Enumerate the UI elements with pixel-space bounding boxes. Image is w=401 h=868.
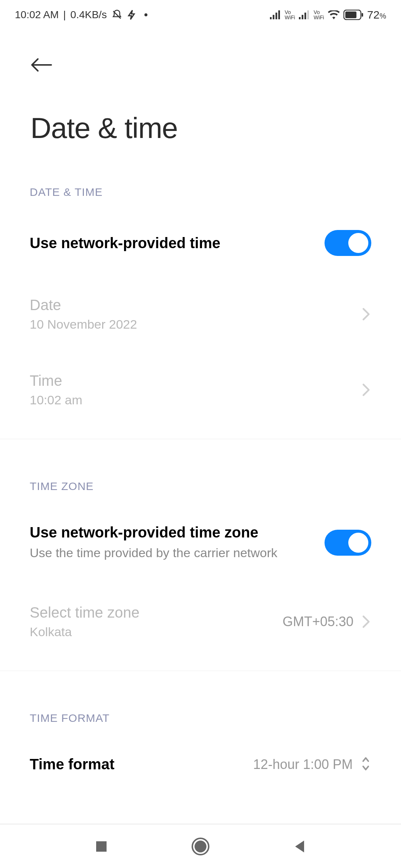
svg-rect-6 — [301, 15, 303, 19]
signal-1-icon — [270, 10, 281, 19]
chevron-right-icon — [361, 617, 371, 627]
svg-rect-2 — [273, 15, 274, 19]
svg-rect-5 — [299, 17, 301, 19]
row-title-network-tz: Use network-provided time zone — [30, 524, 325, 541]
updown-icon — [360, 756, 371, 773]
row-value-date: 10 November 2022 — [30, 317, 361, 332]
status-bar-right: VoWiFi VoWiFi 72% — [270, 9, 386, 21]
status-bar: 10:02 AM | 0.4KB/s VoWiFi VoWiFi 72% — [0, 0, 401, 30]
chevron-right-icon — [361, 385, 371, 395]
svg-rect-4 — [278, 10, 280, 19]
svg-rect-11 — [362, 13, 363, 17]
svg-rect-3 — [276, 13, 277, 19]
divider — [0, 671, 401, 671]
back-button[interactable] — [30, 52, 56, 78]
row-value-gmt: GMT+05:30 — [283, 614, 353, 629]
battery-icon — [343, 10, 363, 20]
circle-icon — [191, 837, 210, 856]
content: DATE & TIME Use network-provided time Da… — [0, 186, 401, 784]
vowifi-1-icon: VoWiFi — [285, 10, 295, 20]
status-network-speed: 0.4KB/s — [71, 9, 107, 21]
header: Date & time — [0, 30, 401, 145]
svg-rect-7 — [304, 13, 306, 19]
section-header-timezone: TIME ZONE — [30, 480, 371, 493]
row-sub-select-tz: Kolkata — [30, 625, 283, 639]
row-select-timezone[interactable]: Select time zone Kolkata GMT+05:30 — [30, 593, 371, 650]
row-network-time[interactable]: Use network-provided time — [30, 219, 371, 267]
row-value-time-format: 12-hour 1:00 PM — [253, 757, 353, 772]
triangle-left-icon — [293, 839, 306, 854]
section-header-datetime: DATE & TIME — [30, 186, 371, 198]
chevron-right-icon — [361, 309, 371, 319]
nav-back-button[interactable] — [288, 835, 311, 858]
wifi-icon — [328, 10, 340, 19]
row-title-select-tz: Select time zone — [30, 604, 283, 621]
section-header-timeformat: TIME FORMAT — [30, 712, 371, 724]
nav-home-button[interactable] — [189, 835, 212, 858]
row-title-date: Date — [30, 297, 361, 313]
status-separator: | — [63, 9, 66, 21]
svg-rect-8 — [307, 10, 309, 19]
row-title-time: Time — [30, 372, 361, 389]
status-time: 10:02 AM — [15, 9, 59, 21]
svg-rect-12 — [96, 841, 107, 852]
row-time-format[interactable]: Time format 12-hour 1:00 PM — [30, 745, 371, 784]
divider — [0, 439, 401, 439]
row-value-time: 10:02 am — [30, 393, 361, 407]
charging-icon — [127, 9, 136, 20]
toggle-network-time[interactable] — [325, 230, 371, 256]
row-title-network-time: Use network-provided time — [30, 235, 325, 251]
status-bar-left: 10:02 AM | 0.4KB/s — [15, 9, 148, 21]
navigation-bar — [0, 823, 401, 868]
arrow-left-icon — [30, 57, 53, 73]
row-network-timezone[interactable]: Use network-provided time zone Use the t… — [30, 513, 371, 573]
vowifi-2-icon: VoWiFi — [314, 10, 324, 20]
page-title: Date & time — [30, 111, 379, 145]
svg-point-14 — [195, 841, 206, 852]
svg-point-0 — [144, 13, 147, 16]
battery-percent: 72% — [367, 9, 386, 21]
row-title-time-format: Time format — [30, 756, 253, 773]
row-desc-network-tz: Use the time provided by the carrier net… — [30, 545, 297, 562]
toggle-network-timezone[interactable] — [325, 530, 371, 556]
nav-recent-button[interactable] — [90, 835, 113, 858]
signal-2-icon — [299, 10, 310, 19]
svg-rect-1 — [270, 17, 272, 19]
notifications-muted-icon — [111, 9, 123, 20]
square-icon — [95, 840, 108, 853]
row-date[interactable]: Date 10 November 2022 — [30, 286, 371, 343]
row-time[interactable]: Time 10:02 am — [30, 361, 371, 418]
svg-rect-10 — [345, 11, 356, 18]
notification-dot-icon — [144, 13, 148, 17]
